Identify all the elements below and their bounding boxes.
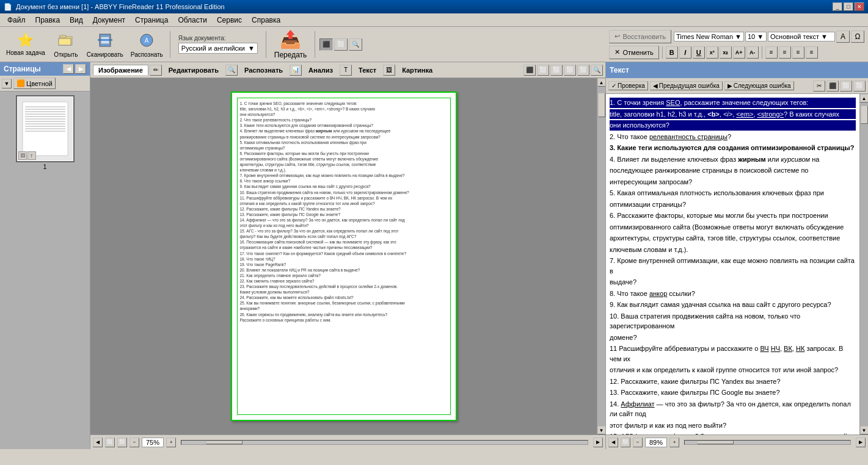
size-select[interactable]: 10 ▼ xyxy=(745,32,767,41)
menu-help[interactable]: Справка xyxy=(247,15,285,26)
tab-analysis[interactable]: Анализ xyxy=(303,65,338,76)
rp-page-prev[interactable]: ⬜ xyxy=(621,438,630,447)
lang-select[interactable]: Русский и английски ▼ xyxy=(178,43,258,54)
tab-picture[interactable]: Картинка xyxy=(396,65,438,76)
sidebar-pages-area[interactable]: 🖼 T 1 xyxy=(0,92,90,449)
next-error-button[interactable]: ▶ Следующая ошибка xyxy=(724,81,794,90)
scroll-left-btn[interactable]: ◀ xyxy=(93,438,103,447)
prev-error-button[interactable]: ◀ Предыдущая ошибка xyxy=(650,81,723,90)
scroll-page-right[interactable]: ⬜ xyxy=(117,438,127,447)
check-button[interactable]: ✓ Проверка xyxy=(608,81,648,90)
center-hscrollbar[interactable] xyxy=(181,440,588,445)
view-mode-3[interactable]: 🔍 xyxy=(349,38,362,51)
text-icon-btn[interactable]: T xyxy=(340,65,352,76)
new-task-button[interactable]: ⭐ Новая задача xyxy=(4,31,48,57)
rp-tool-1[interactable]: ✂ xyxy=(813,81,825,92)
omega-button[interactable]: Ω xyxy=(851,31,864,43)
menu-edit[interactable]: Правка xyxy=(31,15,65,26)
bold-button[interactable]: B xyxy=(666,46,678,59)
analysis-icon-btn[interactable]: 📊 xyxy=(290,65,302,76)
menu-file[interactable]: Файл xyxy=(2,15,31,26)
page-dropdown[interactable]: ▼ xyxy=(2,79,12,88)
menu-service[interactable]: Сервис xyxy=(212,15,247,26)
close-button[interactable]: ✕ xyxy=(855,2,864,11)
minimize-button[interactable]: _ xyxy=(833,2,842,11)
view-mode-2[interactable]: ⬜ xyxy=(334,38,348,51)
window-controls[interactable]: _ □ ✕ xyxy=(833,2,864,11)
menu-view[interactable]: Вид xyxy=(65,15,88,26)
align-right-button[interactable]: ≡ xyxy=(792,46,804,59)
menu-document[interactable]: Документ xyxy=(88,15,130,26)
scroll-right-btn[interactable]: ▶ xyxy=(593,438,603,447)
tab-edit[interactable]: Редактировать xyxy=(163,65,224,76)
rp-tool-4[interactable]: ⬜ xyxy=(853,81,866,92)
shrink-font-button[interactable]: A- xyxy=(746,46,759,59)
rp-tool-3[interactable]: ⬜ xyxy=(840,81,852,92)
right-scrollbar[interactable]: ▲ ▼ xyxy=(859,94,868,434)
right-text-line-19: 10. Ваша стратегия продвижения сайта на … xyxy=(610,311,856,331)
scan-button[interactable]: Сканировать xyxy=(84,29,126,59)
recognize-icon-btn[interactable]: 🔍 xyxy=(225,65,238,76)
scroll-up-btn[interactable]: ▲ xyxy=(597,78,606,87)
scroll-thumb[interactable] xyxy=(598,93,605,117)
tab-recognize[interactable]: Распознать xyxy=(239,65,288,76)
center-tool-6[interactable]: 🔍 xyxy=(591,65,603,76)
underline-button[interactable]: U xyxy=(693,46,705,59)
cancel-button[interactable]: ✕ Отменить xyxy=(609,46,658,59)
center-tool-3[interactable]: ⬜ xyxy=(550,65,563,76)
sidebar-header: Страницы ◀ ▶ xyxy=(0,62,90,76)
rp-zoom-in[interactable]: + xyxy=(669,438,679,447)
rp-hscrollbar[interactable] xyxy=(684,440,851,445)
page-thumbnail[interactable]: 🖼 T xyxy=(16,95,75,162)
zoom-out-btn[interactable]: − xyxy=(129,438,139,447)
send-section[interactable]: 📤 Передать xyxy=(274,29,307,59)
picture-icon-btn[interactable]: 🖼 xyxy=(383,65,395,76)
style-select[interactable]: Основной текст ▼ xyxy=(768,32,835,41)
restore-button[interactable]: ↩ Восстановить xyxy=(609,30,671,43)
color-mode-button[interactable]: 🟧 Цветной xyxy=(13,78,56,89)
tab-image[interactable]: Изображение xyxy=(93,65,148,75)
rp-scroll-track[interactable] xyxy=(860,103,869,426)
sidebar-prev-btn[interactable]: ◀ xyxy=(63,64,74,74)
rp-scroll-down[interactable]: ▼ xyxy=(860,426,869,434)
sidebar-title: Страницы xyxy=(4,65,41,73)
rp-hscroll-thumb[interactable] xyxy=(697,441,734,444)
right-text-area: 1. С точки зрения SEO, расскажите значен… xyxy=(606,94,859,434)
edit-icon-btn[interactable]: ✏ xyxy=(150,65,162,76)
maximize-button[interactable]: □ xyxy=(844,2,853,11)
menu-page[interactable]: Страница xyxy=(130,15,173,26)
rp-scroll-thumb[interactable] xyxy=(861,106,868,124)
font-color-button[interactable]: A xyxy=(836,31,850,43)
tab-text[interactable]: Текст xyxy=(353,65,382,76)
center-tool-2[interactable]: ⬜ xyxy=(537,65,549,76)
rp-scroll-right[interactable]: ▶ xyxy=(856,438,866,447)
italic-button[interactable]: I xyxy=(679,46,691,59)
rp-scroll-left[interactable]: ◀ xyxy=(608,438,618,447)
open-button[interactable]: Открыть xyxy=(50,29,82,59)
align-left-button[interactable]: ≡ xyxy=(765,46,778,59)
zoom-in-btn[interactable]: + xyxy=(166,438,176,447)
scroll-down-btn[interactable]: ▼ xyxy=(597,426,606,434)
hscroll-thumb[interactable] xyxy=(206,441,243,444)
rp-zoom-out[interactable]: − xyxy=(633,438,643,447)
view-mode-1[interactable]: ⬛ xyxy=(319,38,333,51)
align-center-button[interactable]: ≡ xyxy=(779,46,791,59)
rp-tool-2[interactable]: ⬛ xyxy=(826,81,839,92)
rp-scroll-up[interactable]: ▲ xyxy=(860,94,869,103)
subscript-button[interactable]: x₂ xyxy=(720,46,732,59)
scroll-track[interactable] xyxy=(597,87,606,426)
align-justify-button[interactable]: ≡ xyxy=(806,46,818,59)
recognize-button[interactable]: A Распознать xyxy=(128,29,166,59)
center-tool-1[interactable]: ⬛ xyxy=(523,65,536,76)
grow-font-button[interactable]: A+ xyxy=(733,46,745,59)
center-scrollbar[interactable]: ▲ ▼ xyxy=(597,78,605,434)
scroll-page-left[interactable]: ⬜ xyxy=(105,438,115,447)
center-tool-5[interactable]: ⬜ xyxy=(577,65,589,76)
check-label: Проверка xyxy=(618,82,645,89)
right-text-line-14: ключевым словам и т.д.). xyxy=(610,245,856,255)
sidebar-next-btn[interactable]: ▶ xyxy=(75,64,86,74)
menu-regions[interactable]: Области xyxy=(173,15,212,26)
font-select[interactable]: Times New Roman ▼ xyxy=(674,32,744,41)
center-tool-4[interactable]: ⬜ xyxy=(564,65,576,76)
superscript-button[interactable]: x² xyxy=(706,46,718,59)
